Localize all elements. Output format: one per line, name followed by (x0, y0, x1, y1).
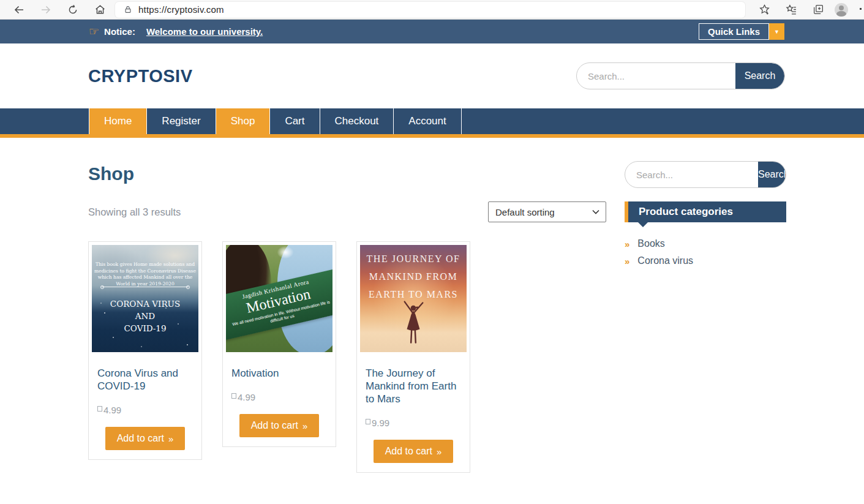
product-card: Jagdish Krishanlal Arora Motivation We a… (222, 241, 336, 447)
browser-toolbar: https://cryptosiv.com (0, 0, 864, 20)
nav-item-home[interactable]: Home (89, 108, 146, 134)
double-chevron-icon: » (625, 256, 629, 266)
add-to-cart-button[interactable]: Add to cart » (239, 414, 320, 437)
cover-title: CORONA VIRUS AND COVID-19 (92, 298, 198, 334)
double-chevron-icon: » (437, 446, 441, 457)
results-count: Showing all 3 results (88, 206, 181, 218)
main-navigation: Home Register Shop Cart Checkout Account (0, 108, 864, 138)
category-list: » Books » Corona virus (625, 238, 786, 266)
cover-description: This book gives Home made solutions and … (94, 261, 196, 287)
cover-title: THE JOURNEY OF MANKIND FROM EARTH TO MAR… (360, 250, 467, 303)
header-search-button[interactable]: Search (735, 63, 784, 89)
currency-tofu (231, 393, 236, 399)
double-chevron-icon: » (302, 421, 307, 431)
category-item-books[interactable]: » Books (625, 238, 786, 249)
sidebar-search: Search (625, 161, 786, 188)
lock-icon (124, 5, 132, 14)
currency-tofu (366, 419, 370, 424)
cover-divider (102, 287, 189, 287)
page-title: Shop (88, 164, 606, 184)
add-favorite-icon[interactable] (754, 1, 775, 18)
currency-tofu (97, 406, 102, 412)
sorting-value: Default sorting (495, 207, 555, 217)
cover-white-blob (277, 246, 293, 258)
refresh-icon[interactable] (62, 1, 83, 18)
product-title[interactable]: The Journey of Mankind from Earth to Mar… (366, 367, 461, 405)
collections-icon[interactable] (808, 1, 828, 18)
nav-item-register[interactable]: Register (146, 108, 215, 134)
nav-item-account[interactable]: Account (393, 108, 461, 134)
sorting-select[interactable]: Default sorting (488, 201, 606, 222)
girl-silhouette (396, 296, 431, 348)
product-price: 4.99 (231, 392, 327, 402)
add-to-cart-button[interactable]: Add to cart » (105, 427, 186, 450)
address-bar[interactable]: https://cryptosiv.com (115, 2, 745, 18)
notice-label: Notice: (104, 26, 135, 37)
double-chevron-icon: » (168, 434, 173, 444)
product-categories-heading: Product categories (625, 201, 786, 222)
sidebar-search-input[interactable] (625, 162, 758, 187)
double-chevron-icon: » (625, 239, 629, 249)
favorites-list-icon[interactable] (781, 1, 802, 18)
product-title[interactable]: Motivation (231, 367, 327, 380)
category-item-corona-virus[interactable]: » Corona virus (625, 255, 786, 266)
back-icon[interactable] (9, 1, 29, 18)
site-logo[interactable]: CRYPTOSIV (88, 66, 193, 86)
product-image[interactable]: This book gives Home made solutions and … (92, 245, 198, 352)
forward-icon[interactable] (36, 1, 56, 18)
header-search-input[interactable] (577, 63, 735, 89)
notice-link[interactable]: Welcome to our university. (146, 26, 263, 37)
product-image[interactable]: THE JOURNEY OF MANKIND FROM EARTH TO MAR… (360, 245, 467, 352)
chevron-down-icon (592, 209, 599, 214)
quick-links-dropdown-icon[interactable]: ▼ (769, 23, 784, 40)
product-grid: This book gives Home made solutions and … (88, 241, 606, 473)
product-title[interactable]: Corona Virus and COVID-19 (97, 367, 193, 393)
add-to-cart-button[interactable]: Add to cart » (374, 440, 454, 463)
pointing-hand-icon: ☞ (89, 26, 99, 37)
quick-links-button[interactable]: Quick Links ▼ (699, 23, 784, 40)
product-card: This book gives Home made solutions and … (88, 241, 202, 460)
nav-item-shop[interactable]: Shop (216, 108, 270, 134)
product-image[interactable]: Jagdish Krishanlal Arora Motivation We a… (226, 245, 332, 352)
product-price: 4.99 (97, 405, 193, 415)
site-header: CRYPTOSIV Search (0, 43, 864, 108)
sidebar: Search Product categories » Books » Coro… (625, 138, 786, 273)
sidebar-search-button[interactable]: Search (758, 162, 786, 187)
profile-avatar[interactable] (835, 3, 848, 17)
notice-bar: ☞ Notice: Welcome to our university. Qui… (0, 20, 864, 43)
star-speckles (104, 312, 105, 314)
product-price: 9.99 (366, 418, 461, 428)
nav-item-cart[interactable]: Cart (269, 108, 319, 134)
menu-dots-icon[interactable] (860, 8, 862, 10)
url-text: https://cryptosiv.com (138, 4, 224, 15)
home-icon[interactable] (89, 1, 110, 18)
product-card: THE JOURNEY OF MANKIND FROM EARTH TO MAR… (356, 241, 470, 473)
quick-links-label: Quick Links (699, 23, 769, 40)
header-search: Search (576, 62, 785, 89)
nav-item-checkout[interactable]: Checkout (320, 108, 394, 134)
